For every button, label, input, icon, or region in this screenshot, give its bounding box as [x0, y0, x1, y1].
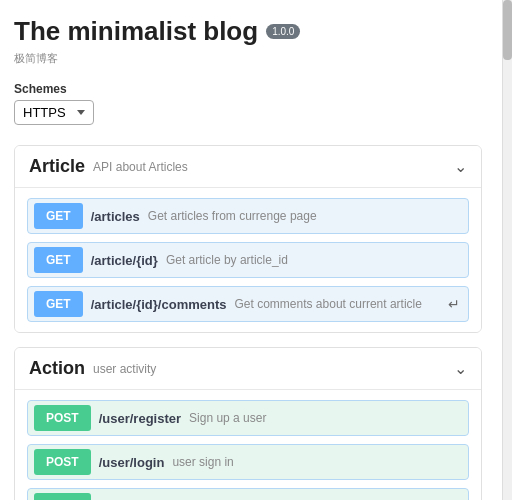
action-section: Action user activity ⌄ POST /user/regist… [14, 347, 482, 500]
article-section-title: Article [29, 156, 85, 177]
api-desc: Sign up a user [189, 411, 468, 425]
schemes-selected-value: HTTPS [23, 105, 71, 120]
api-path: /articles [91, 209, 140, 224]
app-subtitle: 极简博客 [14, 51, 482, 66]
method-badge-get: GET [34, 291, 83, 317]
method-badge-post: POST [34, 449, 91, 475]
api-row[interactable]: POST /user/register Sign up a user [27, 400, 469, 436]
return-icon: ↵ [448, 296, 460, 312]
api-row[interactable]: POST /user/login user sign in [27, 444, 469, 480]
version-badge: 1.0.0 [266, 24, 300, 39]
api-path: /article/{id}/comments [91, 297, 227, 312]
method-badge-get: GET [34, 247, 83, 273]
action-section-title: Action [29, 358, 85, 379]
chevron-down-icon [77, 110, 85, 115]
action-section-desc: user activity [93, 362, 454, 376]
article-section-header[interactable]: Article API about Articles ⌄ [15, 146, 481, 188]
api-path: /user/register [99, 411, 181, 426]
action-section-body: POST /user/register Sign up a user POST … [15, 390, 481, 500]
method-badge-post: POST [34, 405, 91, 431]
app-title: The minimalist blog [14, 16, 258, 47]
schemes-select[interactable]: HTTPS [14, 100, 94, 125]
action-section-header[interactable]: Action user activity ⌄ [15, 348, 481, 390]
api-path: /user/login [99, 455, 165, 470]
api-desc: Get articles from currenge page [148, 209, 468, 223]
api-desc: Get comments about current article [235, 297, 449, 311]
article-section: Article API about Articles ⌄ GET /articl… [14, 145, 482, 333]
api-row[interactable]: GET /articles Get articles from currenge… [27, 198, 469, 234]
api-desc: Get article by article_id [166, 253, 468, 267]
api-row[interactable]: GET /article/{id}/comments Get comments … [27, 286, 469, 322]
action-section-chevron: ⌄ [454, 359, 467, 378]
api-row[interactable]: GET /article/{id} Get article by article… [27, 242, 469, 278]
api-row[interactable]: POST /article/{id}/comment Post a commen… [27, 488, 469, 500]
api-path: /article/{id} [91, 253, 158, 268]
schemes-label: Schemes [14, 82, 482, 96]
method-badge-post: POST [34, 493, 91, 500]
article-section-desc: API about Articles [93, 160, 454, 174]
article-section-chevron: ⌄ [454, 157, 467, 176]
article-section-body: GET /articles Get articles from currenge… [15, 188, 481, 332]
app-title-row: The minimalist blog 1.0.0 [14, 16, 482, 47]
method-badge-get: GET [34, 203, 83, 229]
api-desc: user sign in [172, 455, 468, 469]
